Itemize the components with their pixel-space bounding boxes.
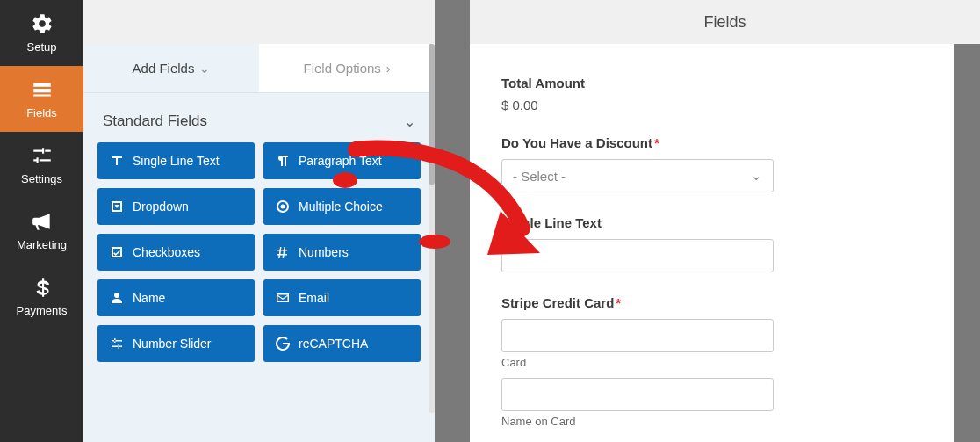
paragraph-icon bbox=[276, 154, 290, 168]
stripe-label: Stripe Credit Card* bbox=[501, 295, 922, 310]
envelope-icon bbox=[276, 291, 290, 305]
sidebar-item-settings[interactable]: Settings bbox=[0, 132, 83, 198]
total-amount-label: Total Amount bbox=[501, 76, 922, 91]
builder-panel: Add Fields ⌄ Field Options › Standard Fi… bbox=[83, 0, 435, 442]
single-line-text-input[interactable] bbox=[501, 239, 774, 272]
total-amount-value: $ 0.00 bbox=[501, 98, 922, 112]
single-line-text-label: Single Line Text bbox=[501, 215, 922, 230]
user-icon bbox=[110, 291, 124, 305]
tab-field-options-label: Field Options bbox=[303, 61, 380, 76]
required-asterisk: * bbox=[654, 135, 659, 150]
preview-header-label: Fields bbox=[703, 13, 746, 32]
text-icon bbox=[110, 154, 124, 168]
field-btn-label: Dropdown bbox=[133, 199, 189, 214]
sidebar-item-setup[interactable]: Setup bbox=[0, 0, 83, 66]
field-btn-label: Numbers bbox=[299, 245, 349, 259]
field-btn-label: Name bbox=[133, 291, 165, 305]
gear-icon bbox=[31, 12, 54, 35]
sliders-icon bbox=[31, 144, 54, 167]
tab-field-options[interactable]: Field Options › bbox=[259, 44, 435, 92]
field-dropdown[interactable]: Dropdown bbox=[97, 188, 255, 225]
chevron-down-icon: ⌄ bbox=[199, 62, 210, 76]
scrollbar-thumb[interactable] bbox=[429, 44, 435, 185]
field-single-line-text[interactable]: Single Line Text bbox=[97, 142, 255, 179]
divider bbox=[435, 0, 470, 442]
section-standard-fields[interactable]: Standard Fields ⌄ bbox=[83, 93, 435, 142]
field-btn-label: Email bbox=[299, 291, 329, 305]
name-on-card-input[interactable] bbox=[501, 378, 774, 411]
sidebar-item-label: Fields bbox=[26, 106, 57, 120]
field-numbers[interactable]: Numbers bbox=[263, 234, 421, 271]
panel-tabs: Add Fields ⌄ Field Options › bbox=[83, 44, 435, 93]
sidebar-item-label: Marketing bbox=[17, 238, 67, 251]
sidebar-item-label: Setup bbox=[27, 40, 57, 54]
select-placeholder: - Select - bbox=[513, 169, 566, 184]
tab-add-fields[interactable]: Add Fields ⌄ bbox=[83, 44, 259, 92]
field-btn-label: Multiple Choice bbox=[299, 199, 383, 214]
field-checkboxes[interactable]: Checkboxes bbox=[97, 234, 255, 271]
sliders-mini-icon bbox=[110, 337, 124, 351]
field-btn-label: Single Line Text bbox=[133, 154, 220, 168]
chevron-down-icon: ⌄ bbox=[404, 113, 415, 130]
card-sublabel: Card bbox=[501, 356, 922, 369]
discount-select[interactable]: - Select - ⌄ bbox=[501, 159, 774, 192]
preview-header: Fields bbox=[470, 0, 980, 44]
hash-icon bbox=[276, 245, 290, 259]
g-icon bbox=[276, 337, 290, 351]
field-recaptcha[interactable]: reCAPTCHA bbox=[263, 325, 421, 362]
section-title: Standard Fields bbox=[103, 112, 207, 130]
sidebar-item-marketing[interactable]: Marketing bbox=[0, 198, 83, 264]
field-multiple-choice[interactable]: Multiple Choice bbox=[263, 188, 421, 225]
dollar-icon bbox=[31, 276, 54, 299]
preview-pane: Fields Total Amount $ 0.00 Do You Have a… bbox=[470, 0, 980, 442]
bullhorn-icon bbox=[31, 210, 54, 233]
chevron-right-icon: › bbox=[386, 62, 391, 76]
card-input[interactable] bbox=[501, 319, 774, 352]
field-paragraph-text[interactable]: Paragraph Text bbox=[263, 142, 421, 179]
required-asterisk: * bbox=[616, 295, 621, 310]
list-icon bbox=[31, 78, 54, 101]
field-grid: Single Line Text Paragraph Text Dropdown… bbox=[83, 142, 435, 376]
sidebar-item-payments[interactable]: Payments bbox=[0, 264, 83, 330]
field-btn-label: Checkboxes bbox=[133, 245, 200, 259]
sidebar-item-label: Settings bbox=[21, 172, 62, 185]
sidebar-item-fields[interactable]: Fields bbox=[0, 66, 83, 132]
discount-label: Do You Have a Discount* bbox=[501, 135, 922, 150]
field-btn-label: Paragraph Text bbox=[299, 154, 382, 168]
checkbox-icon bbox=[110, 245, 124, 259]
tab-add-fields-label: Add Fields bbox=[133, 61, 195, 76]
field-btn-label: Number Slider bbox=[133, 337, 211, 351]
field-email[interactable]: Email bbox=[263, 279, 421, 316]
field-name[interactable]: Name bbox=[97, 279, 255, 316]
sidebar: Setup Fields Settings Marketing Payments bbox=[0, 0, 83, 442]
preview-card: Total Amount $ 0.00 Do You Have a Discou… bbox=[470, 44, 954, 442]
panel-top-spacer bbox=[83, 0, 435, 44]
svg-point-1 bbox=[281, 205, 285, 209]
scrollbar[interactable] bbox=[429, 44, 435, 413]
radio-icon bbox=[276, 199, 290, 214]
field-btn-label: reCAPTCHA bbox=[299, 337, 368, 351]
name-on-card-sublabel: Name on Card bbox=[501, 415, 922, 428]
sidebar-item-label: Payments bbox=[17, 304, 68, 317]
caret-square-icon bbox=[110, 199, 124, 214]
chevron-down-icon: ⌄ bbox=[751, 168, 762, 184]
field-number-slider[interactable]: Number Slider bbox=[97, 325, 255, 362]
